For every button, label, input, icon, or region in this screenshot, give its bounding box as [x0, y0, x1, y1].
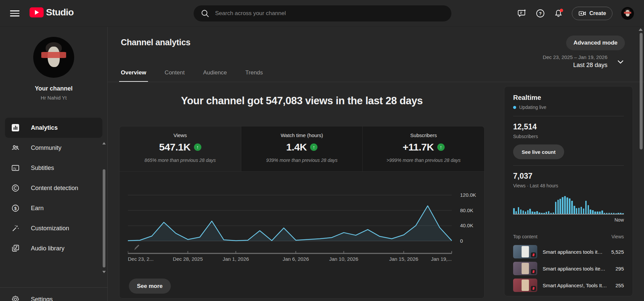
- trend-up-icon: ↑: [437, 143, 445, 151]
- thumbnail-badge-icon: [531, 269, 536, 274]
- channel-avatar[interactable]: [33, 37, 74, 78]
- realtime-views-bar-chart[interactable]: [513, 195, 624, 215]
- logo-text: Studio: [46, 7, 73, 18]
- sidebar-scrollbar[interactable]: [103, 169, 105, 267]
- analytics-icon: [11, 123, 20, 132]
- annotation-pen-icon[interactable]: [133, 244, 140, 251]
- account-avatar[interactable]: [621, 7, 634, 20]
- sidebar-item-analytics[interactable]: Analytics: [5, 118, 102, 138]
- help-icon[interactable]: ?: [536, 9, 545, 18]
- svg-text:Jan 10, 2026: Jan 10, 2026: [329, 256, 358, 262]
- metric-tab-views[interactable]: Views 547.1K ↑ 865% more than previous 2…: [119, 126, 241, 171]
- tab-audience[interactable]: Audience: [203, 69, 227, 82]
- tab-content[interactable]: Content: [165, 69, 185, 82]
- metric-tab-watch-time[interactable]: Watch time (hours) 1.4K ↑ 939% more than…: [241, 126, 363, 171]
- metric-tab-subscribers[interactable]: Subscribers +11.7K ↑ >999% more than pre…: [362, 126, 484, 171]
- date-range-picker[interactable]: Dec 23, 2025 – Jan 19, 2026 Last 28 days: [543, 54, 625, 69]
- svg-text:Dec 23, 2...: Dec 23, 2...: [128, 256, 154, 262]
- realtime-subscribers-count: 12,514: [513, 122, 624, 131]
- sidebar-scroll-down-arrow[interactable]: [102, 271, 106, 273]
- video-thumbnail: [513, 279, 537, 292]
- svg-text:Jan 6, 2026: Jan 6, 2026: [283, 256, 309, 262]
- live-dot-icon: [513, 106, 516, 109]
- top-content-label: Top content: [513, 234, 537, 239]
- see-live-count-button[interactable]: See live count: [513, 144, 564, 159]
- top-content-row[interactable]: Smart appliances tools it… 5,525: [513, 243, 624, 260]
- tab-overview[interactable]: Overview: [121, 69, 146, 82]
- search-bar[interactable]: [194, 5, 451, 21]
- sidebar-item-community[interactable]: Community: [0, 138, 107, 158]
- svg-text:0: 0: [460, 238, 463, 244]
- views-headline: Your channel got 547,083 views in the la…: [119, 95, 485, 107]
- subscribers-value: +11.7K: [403, 141, 434, 153]
- realtime-subscribers-label: Subscribers: [513, 134, 624, 139]
- svg-text:80.0K: 80.0K: [460, 207, 473, 213]
- sidebar-item-audio-library[interactable]: Audio library: [0, 238, 107, 258]
- svg-text:Jan 15, 2026: Jan 15, 2026: [389, 256, 418, 262]
- views-line-chart[interactable]: 040.0K80.0K120.0KDec 23, 2...Dec 28, 202…: [128, 187, 477, 267]
- realtime-views-label: Views · Last 48 hours: [513, 183, 624, 188]
- create-button[interactable]: Create: [572, 7, 612, 20]
- svg-text:Jan 1, 2026: Jan 1, 2026: [222, 256, 249, 262]
- svg-text:40.0K: 40.0K: [460, 223, 473, 228]
- create-video-icon: [578, 9, 586, 17]
- community-icon: [11, 143, 20, 152]
- views-value: 547.1K: [159, 141, 191, 153]
- page-title: Channel analytics: [121, 38, 190, 47]
- youtube-play-icon: [30, 7, 44, 17]
- channel-label: Your channel: [0, 85, 107, 92]
- trend-up-icon: ↑: [310, 143, 317, 151]
- date-range-text: Dec 23, 2025 – Jan 19, 2026: [543, 54, 607, 60]
- search-icon: [200, 9, 210, 18]
- sidebar: Your channel Hr Nahid Yt Analytics Commu…: [0, 27, 107, 301]
- top-content-row[interactable]: Smart Appliances!, Tools It… 255: [513, 277, 624, 294]
- svg-text:?: ?: [539, 11, 542, 16]
- sidebar-divider: [0, 287, 107, 288]
- sidebar-item-content-detection[interactable]: Content detection: [0, 178, 107, 198]
- sidebar-main-divider: [107, 27, 108, 301]
- sidebar-item-earn[interactable]: $ Earn: [0, 198, 107, 218]
- sidebar-item-subtitles[interactable]: Subtitles: [0, 158, 107, 178]
- magic-wand-icon: [11, 224, 20, 233]
- sidebar-item-settings[interactable]: Settings: [0, 289, 107, 301]
- svg-text:$: $: [14, 206, 17, 211]
- svg-text:Jan 19,...: Jan 19,...: [431, 256, 452, 262]
- sidebar-item-customization[interactable]: Customization: [0, 218, 107, 238]
- video-thumbnail: [513, 245, 537, 258]
- youtube-studio-logo[interactable]: Studio: [30, 7, 73, 18]
- see-more-button[interactable]: See more: [129, 279, 171, 294]
- channel-name: Hr Nahid Yt: [0, 95, 107, 101]
- video-thumbnail: [513, 262, 537, 275]
- tab-trends[interactable]: Trends: [245, 69, 263, 82]
- page-scrollbar[interactable]: [640, 33, 643, 149]
- subtitles-icon: [11, 164, 20, 172]
- advanced-mode-button[interactable]: Advanced mode: [566, 36, 625, 50]
- divider: [513, 116, 624, 116]
- realtime-views-count: 7,037: [513, 172, 624, 181]
- divider: [513, 165, 624, 166]
- dollar-icon: $: [11, 204, 20, 213]
- page-scroll-up-arrow[interactable]: [639, 28, 643, 31]
- audio-library-icon: [11, 244, 20, 253]
- now-label: Now: [513, 217, 624, 223]
- thumbnail-badge-icon: [531, 252, 536, 257]
- date-range-label: Last 28 days: [543, 62, 607, 69]
- realtime-card: Realtime Updating live 12,514 Subscriber…: [504, 86, 633, 296]
- whats-new-icon[interactable]: [517, 9, 527, 18]
- notifications-bell-icon[interactable]: [554, 9, 563, 18]
- sidebar-scroll-up-arrow[interactable]: [102, 142, 106, 144]
- updating-live-label: Updating live: [519, 105, 546, 110]
- watch-time-value: 1.4K: [286, 141, 307, 153]
- menu-icon[interactable]: [10, 9, 19, 18]
- copyright-icon: [11, 184, 20, 192]
- trend-up-icon: ↑: [194, 143, 201, 151]
- chevron-down-icon: [616, 57, 625, 66]
- analytics-tabs: Overview Content Audience Trends: [121, 69, 263, 82]
- main-content: Channel analytics Overview Content Audie…: [108, 27, 644, 301]
- realtime-title: Realtime: [513, 94, 624, 102]
- top-content-row[interactable]: Smart appliances tools ite… 295: [513, 260, 624, 277]
- svg-text:Dec 28, 2025: Dec 28, 2025: [173, 256, 203, 262]
- search-input[interactable]: [215, 10, 445, 17]
- svg-text:120.0K: 120.0K: [460, 192, 476, 198]
- thumbnail-badge-icon: [531, 286, 536, 291]
